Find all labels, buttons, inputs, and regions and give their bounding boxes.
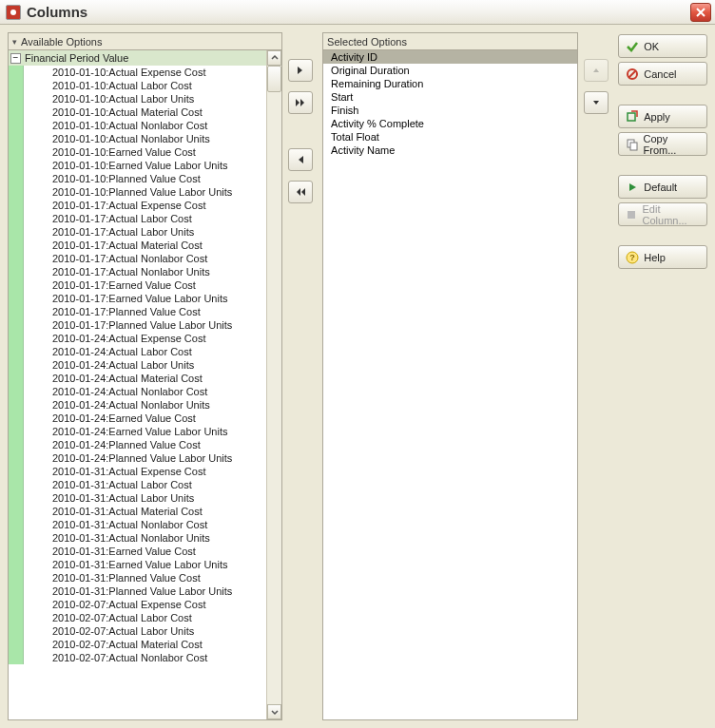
available-item[interactable]: 2010-01-17:Actual Material Cost <box>24 239 266 252</box>
move-up-button[interactable] <box>584 59 609 82</box>
available-item[interactable]: 2010-02-07:Actual Expense Cost <box>24 598 266 611</box>
remove-all-button[interactable] <box>288 181 313 203</box>
available-item[interactable]: 2010-01-17:Actual Labor Units <box>24 225 266 239</box>
available-header-label: Available Options <box>21 36 102 48</box>
cancel-button[interactable]: Cancel <box>618 62 707 86</box>
available-item[interactable]: 2010-01-10:Actual Labor Cost <box>24 79 266 92</box>
edit-icon <box>625 209 638 220</box>
available-item[interactable]: 2010-01-31:Actual Expense Cost <box>24 465 266 478</box>
dialog-body: ▾ Available Options − Financial Period V… <box>0 25 715 728</box>
available-item[interactable]: 2010-01-24:Earned Value Labor Units <box>24 425 266 438</box>
selected-item[interactable]: Finish <box>323 104 577 117</box>
available-item[interactable]: 2010-01-10:Planned Value Labor Units <box>24 185 266 199</box>
edit-column-button[interactable]: Edit Column... <box>618 202 707 226</box>
selected-item[interactable]: Total Float <box>323 130 577 144</box>
available-item[interactable]: 2010-02-07:Actual Labor Units <box>24 624 266 638</box>
action-buttons: OK Cancel Apply Copy From... Default Edi… <box>618 32 707 720</box>
available-item[interactable]: 2010-01-24:Actual Material Cost <box>24 372 266 385</box>
available-item[interactable]: 2010-01-31:Actual Nonlabor Units <box>24 531 266 545</box>
arrow-up-icon <box>591 66 601 75</box>
available-item[interactable]: 2010-01-24:Actual Labor Units <box>24 358 266 372</box>
svg-rect-5 <box>628 211 635 219</box>
selected-item[interactable]: Activity Name <box>323 144 577 157</box>
available-item[interactable]: 2010-01-24:Actual Nonlabor Units <box>24 398 266 412</box>
selected-item[interactable]: Activity % Complete <box>323 117 577 130</box>
available-item[interactable]: 2010-01-31:Earned Value Cost <box>24 545 266 558</box>
check-icon <box>625 40 640 53</box>
close-button[interactable] <box>690 3 711 22</box>
available-item[interactable]: 2010-01-17:Planned Value Cost <box>24 305 266 318</box>
window-title: Columns <box>27 4 690 20</box>
reorder-buttons <box>584 32 612 720</box>
available-header[interactable]: ▾ Available Options <box>9 33 281 50</box>
scroll-down-button[interactable] <box>267 704 281 719</box>
available-item[interactable]: 2010-01-10:Actual Expense Cost <box>24 66 266 79</box>
selected-item[interactable]: Remaining Duration <box>323 77 577 90</box>
available-item[interactable]: 2010-01-31:Actual Labor Units <box>24 491 266 505</box>
available-item[interactable]: 2010-01-17:Actual Labor Cost <box>24 212 266 225</box>
available-item[interactable]: 2010-01-10:Actual Material Cost <box>24 105 266 119</box>
copy-from-label: Copy From... <box>644 133 702 156</box>
available-item[interactable]: 2010-01-24:Actual Expense Cost <box>24 332 266 345</box>
add-button[interactable] <box>288 59 313 82</box>
move-down-button[interactable] <box>584 91 609 114</box>
cancel-icon <box>625 67 640 81</box>
available-item[interactable]: 2010-01-31:Actual Material Cost <box>24 505 266 518</box>
spacer <box>618 230 707 241</box>
scroll-thumb[interactable] <box>267 66 281 92</box>
available-item[interactable]: 2010-01-10:Earned Value Labor Units <box>24 159 266 172</box>
available-item[interactable]: 2010-01-17:Actual Expense Cost <box>24 199 266 212</box>
svg-text:?: ? <box>630 253 636 262</box>
copy-from-button[interactable]: Copy From... <box>618 132 707 156</box>
apply-button[interactable]: Apply <box>618 105 707 128</box>
help-button[interactable]: ? Help <box>618 245 707 269</box>
apply-label: Apply <box>644 111 670 123</box>
move-buttons <box>288 32 317 720</box>
scroll-up-button[interactable] <box>267 50 281 66</box>
help-label: Help <box>644 252 666 263</box>
available-item[interactable]: 2010-01-10:Actual Labor Units <box>24 92 266 105</box>
group-row[interactable]: − Financial Period Value <box>9 50 266 66</box>
available-item[interactable]: 2010-01-31:Planned Value Cost <box>24 571 266 584</box>
available-item[interactable]: 2010-02-07:Actual Labor Cost <box>24 611 266 624</box>
available-item[interactable]: 2010-01-24:Actual Labor Cost <box>24 345 266 358</box>
svg-rect-2 <box>628 113 635 121</box>
available-item[interactable]: 2010-01-31:Earned Value Labor Units <box>24 558 266 571</box>
default-button[interactable]: Default <box>618 175 707 199</box>
group-label: Financial Period Value <box>25 52 128 64</box>
available-item[interactable]: 2010-01-31:Planned Value Labor Units <box>24 584 266 598</box>
available-item[interactable]: 2010-01-17:Actual Nonlabor Cost <box>24 252 266 265</box>
available-item[interactable]: 2010-01-17:Earned Value Labor Units <box>24 292 266 305</box>
available-item[interactable]: 2010-02-07:Actual Material Cost <box>24 638 266 651</box>
available-item[interactable]: 2010-01-24:Planned Value Labor Units <box>24 451 266 465</box>
available-item[interactable]: 2010-02-07:Actual Nonlabor Cost <box>24 651 266 664</box>
selected-item[interactable]: Activity ID <box>323 50 577 64</box>
svg-rect-4 <box>630 143 637 150</box>
spacer <box>618 160 707 171</box>
double-arrow-left-icon <box>295 186 306 198</box>
available-item[interactable]: 2010-01-31:Actual Nonlabor Cost <box>24 518 266 531</box>
available-item[interactable]: 2010-01-24:Earned Value Cost <box>24 412 266 425</box>
available-item[interactable]: 2010-01-10:Earned Value Cost <box>24 145 266 159</box>
available-item[interactable]: 2010-01-17:Planned Value Labor Units <box>24 318 266 332</box>
add-all-button[interactable] <box>288 91 313 114</box>
available-list: 2010-01-10:Actual Expense Cost2010-01-10… <box>24 66 266 664</box>
available-item[interactable]: 2010-01-10:Planned Value Cost <box>24 172 266 185</box>
available-item[interactable]: 2010-01-10:Actual Nonlabor Cost <box>24 119 266 132</box>
available-item[interactable]: 2010-01-10:Actual Nonlabor Units <box>24 132 266 145</box>
remove-button[interactable] <box>288 148 313 171</box>
arrow-right-icon <box>295 65 306 76</box>
collapse-icon[interactable]: − <box>10 53 21 64</box>
available-item[interactable]: 2010-01-17:Actual Nonlabor Units <box>24 265 266 278</box>
titlebar: Columns <box>0 0 715 25</box>
ok-label: OK <box>644 41 659 52</box>
available-item[interactable]: 2010-01-17:Earned Value Cost <box>24 278 266 292</box>
available-item[interactable]: 2010-01-24:Planned Value Cost <box>24 438 266 451</box>
available-item[interactable]: 2010-01-24:Actual Nonlabor Cost <box>24 385 266 398</box>
scroll-track[interactable] <box>267 66 281 704</box>
ok-button[interactable]: OK <box>618 34 707 58</box>
selected-item[interactable]: Original Duration <box>323 64 577 77</box>
available-item[interactable]: 2010-01-31:Actual Labor Cost <box>24 478 266 491</box>
scrollbar[interactable] <box>266 50 281 719</box>
selected-item[interactable]: Start <box>323 90 577 104</box>
